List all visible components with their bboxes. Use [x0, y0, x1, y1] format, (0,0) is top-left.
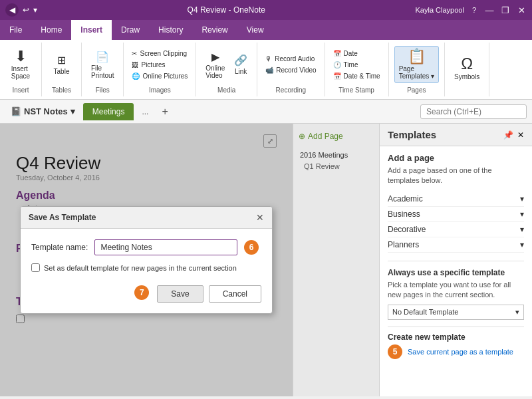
menu-file[interactable]: File: [0, 20, 31, 40]
add-page-icon: ⊕: [299, 132, 305, 141]
templates-close-icon[interactable]: ✕: [517, 130, 524, 140]
close-button[interactable]: ✕: [516, 5, 527, 15]
online-video-icon: ▶: [211, 51, 219, 63]
menu-history[interactable]: History: [149, 20, 192, 40]
date-label: Date: [344, 50, 358, 57]
step-6-badge: 6: [244, 240, 259, 255]
section-tab-more[interactable]: ...: [136, 104, 154, 119]
dialog-close-button[interactable]: ✕: [256, 212, 264, 223]
pictures-label: Pictures: [141, 61, 165, 68]
add-page-label: Add Page: [308, 132, 343, 141]
category-business-label: Business: [388, 209, 420, 219]
always-desc: Pick a template you want to use for all …: [388, 280, 524, 301]
template-name-label: Template name:: [31, 243, 88, 252]
default-template-label: Set as default template for new pages in…: [44, 264, 237, 272]
notebook-name[interactable]: 📓 NST Notes ▾: [5, 104, 80, 119]
screen-clipping-label: Screen Clipping: [140, 50, 187, 57]
create-title: Create new template: [388, 332, 524, 342]
dialog-footer: 7 Save Cancel: [31, 283, 261, 303]
category-academic-arrow: ▾: [520, 194, 524, 203]
link-label: Link: [235, 68, 247, 75]
page-list-item-2016[interactable]: 2016 Meetings: [296, 149, 376, 161]
templates-pin-icon[interactable]: 📌: [503, 130, 513, 140]
record-audio-button[interactable]: 🎙 Record Audio: [263, 54, 319, 64]
add-page-button[interactable]: ⊕ Add Page: [296, 129, 376, 144]
category-business[interactable]: Business ▾: [388, 207, 524, 222]
recording-group-label: Recording: [276, 84, 307, 94]
online-video-label: OnlineVideo: [205, 65, 225, 79]
help-icon[interactable]: ?: [472, 6, 476, 14]
page-templates-button[interactable]: 📋 PageTemplates ▾: [394, 46, 439, 83]
restore-button[interactable]: ❐: [500, 5, 511, 15]
default-template-dropdown[interactable]: No Default Template ▾: [388, 305, 524, 320]
page-content: ⤢ Q4 Review Tuesday, October 4, 2016 Age…: [0, 124, 293, 396]
add-section-button[interactable]: +: [156, 103, 173, 120]
timestamp-group-label: Time Stamp: [338, 84, 374, 94]
images-buttons: ✂ Screen Clipping 🖼 Pictures 🌐 Online Pi…: [129, 45, 190, 84]
online-pictures-label: Online Pictures: [142, 72, 188, 80]
templates-header: Templates 📌 ✕: [380, 124, 532, 146]
template-name-input[interactable]: [94, 239, 237, 255]
table-icon: ⊞: [57, 54, 66, 66]
link-button[interactable]: 🔗 Link: [230, 51, 251, 78]
page-list-item-q1[interactable]: Q1 Review: [296, 161, 376, 172]
files-buttons: 📄 FilePrintout: [87, 45, 118, 84]
page-templates-label: PageTemplates ▾: [399, 65, 434, 80]
dialog-overlay: Save As Template ✕ Template name: 6 Set …: [0, 124, 293, 396]
insert-space-button[interactable]: ⬇ InsertSpace: [5, 47, 36, 82]
back-button[interactable]: ◀: [5, 3, 19, 17]
menu-view[interactable]: View: [237, 20, 273, 40]
minimize-button[interactable]: —: [484, 5, 495, 15]
file-printout-button[interactable]: 📄 FilePrintout: [87, 48, 118, 82]
back-icon: ◀: [9, 5, 15, 15]
tables-buttons: ⊞ Table: [50, 45, 74, 84]
category-planners[interactable]: Planners ▾: [388, 237, 524, 253]
category-academic-label: Academic: [388, 194, 423, 203]
time-button[interactable]: 🕐 Time: [331, 60, 383, 70]
pictures-icon: 🖼: [132, 61, 138, 68]
symbols-button[interactable]: Ω Symbols: [450, 53, 483, 83]
category-decorative-arrow: ▾: [520, 225, 524, 234]
date-button[interactable]: 📅 Date: [331, 49, 383, 59]
search-input[interactable]: [420, 104, 527, 119]
dialog-title: Save As Template: [29, 213, 96, 222]
menu-draw[interactable]: Draw: [112, 20, 149, 40]
menu-review[interactable]: Review: [192, 20, 237, 40]
user-name: Kayla Claypool: [416, 6, 464, 14]
menu-insert[interactable]: Insert: [71, 20, 112, 40]
time-icon: 🕐: [333, 61, 341, 68]
dropdown-arrow: ▾: [515, 308, 519, 317]
symbols-buttons: Ω Symbols: [450, 45, 483, 91]
dialog-cancel-button[interactable]: Cancel: [209, 285, 261, 303]
notebook-bar: 📓 NST Notes ▾ Meetings ... +: [0, 100, 532, 124]
file-printout-label: FilePrintout: [91, 65, 114, 79]
table-button[interactable]: ⊞ Table: [50, 51, 74, 78]
create-link[interactable]: Save current page as a template: [408, 348, 513, 356]
dialog-save-button[interactable]: Save: [157, 285, 203, 303]
templates-title: Templates: [388, 129, 436, 140]
datetime-button[interactable]: 📅 Date & Time: [331, 71, 383, 81]
section-tab-meetings[interactable]: Meetings: [83, 103, 134, 120]
undo-icon[interactable]: ↩: [23, 5, 29, 15]
titlebar: ◀ ↩ ▾ Q4 Review - OneNote Kayla Claypool…: [0, 0, 532, 20]
online-video-button[interactable]: ▶ OnlineVideo: [201, 48, 229, 82]
menu-home[interactable]: Home: [31, 20, 71, 40]
window-controls: — ❐ ✕: [484, 5, 527, 15]
ribbon-group-pages: 📋 PageTemplates ▾ Pages: [389, 43, 445, 96]
category-academic[interactable]: Academic ▾: [388, 192, 524, 207]
screen-clipping-icon: ✂: [132, 50, 137, 57]
category-decorative[interactable]: Decorative ▾: [388, 222, 524, 237]
images-group-label: Images: [149, 84, 171, 94]
dialog-body: Template name: 6 Set as default template…: [21, 229, 272, 313]
table-label: Table: [54, 68, 70, 75]
default-template-checkbox[interactable]: [31, 263, 40, 272]
screen-clipping-button[interactable]: ✂ Screen Clipping: [129, 49, 190, 59]
ribbon-group-tables: ⊞ Table Tables: [42, 43, 82, 96]
ribbon-group-timestamp: 📅 Date 🕐 Time 📅 Date & Time Time Stamp: [325, 43, 389, 96]
online-pictures-button[interactable]: 🌐 Online Pictures: [129, 71, 190, 81]
pictures-button[interactable]: 🖼 Pictures: [129, 60, 190, 70]
record-video-button[interactable]: 📹 Record Video: [263, 65, 319, 75]
record-audio-label: Record Audio: [275, 55, 315, 63]
record-video-label: Record Video: [276, 66, 316, 74]
media-group-label: Media: [217, 84, 235, 94]
